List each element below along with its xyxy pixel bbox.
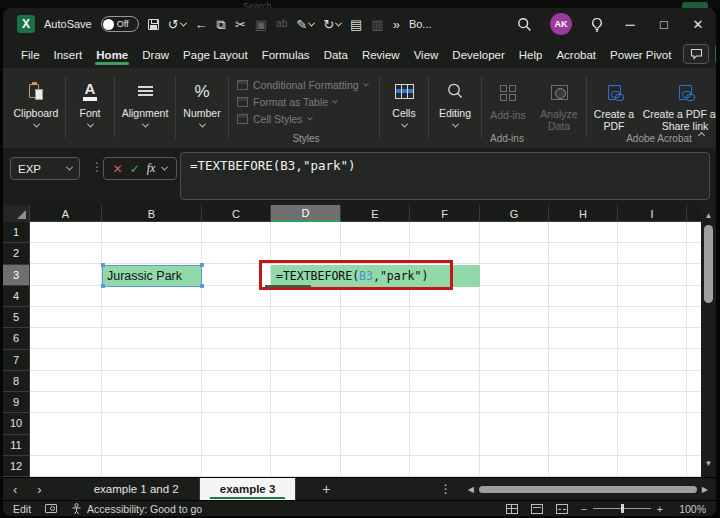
row-header-10[interactable]: 10 bbox=[3, 413, 29, 434]
ribbon-tab-help[interactable]: Help bbox=[517, 44, 545, 65]
close-button[interactable]: ✕ bbox=[690, 17, 706, 32]
ribbon-tab-page-layout[interactable]: Page Layout bbox=[181, 44, 250, 65]
row-header-1[interactable]: 1 bbox=[3, 222, 29, 243]
scroll-up-icon[interactable]: ▲ bbox=[701, 211, 716, 221]
tell-me-button[interactable] bbox=[590, 17, 604, 32]
column-header-C[interactable]: C bbox=[202, 205, 271, 222]
row-header-3[interactable]: 3 bbox=[3, 265, 29, 286]
cell-styles-button[interactable]: Cell Styles bbox=[237, 110, 368, 127]
add-sheet-button[interactable]: + bbox=[296, 478, 356, 500]
ribbon-tab-developer[interactable]: Developer bbox=[450, 44, 506, 65]
sheet-prev-button[interactable]: ‹ bbox=[3, 478, 27, 500]
new-document-button[interactable]: ▤ bbox=[350, 18, 362, 31]
excel-logo-icon[interactable]: X bbox=[17, 15, 35, 33]
formula-input[interactable]: =TEXTBEFORE(B3,"park") bbox=[180, 152, 710, 200]
row-header-12[interactable]: 12 bbox=[3, 456, 29, 477]
conditional-formatting-button[interactable]: Conditional Formatting bbox=[237, 76, 368, 93]
more-commands-button[interactable]: » bbox=[393, 18, 400, 31]
ribbon-tab-review[interactable]: Review bbox=[360, 44, 402, 65]
undo-button[interactable]: ↺ bbox=[168, 18, 186, 31]
accessibility-status[interactable]: Accessibility: Good to go bbox=[71, 503, 202, 515]
scroll-left-icon[interactable]: ◀ bbox=[468, 485, 474, 494]
insert-function-button[interactable]: fx bbox=[147, 161, 156, 176]
back-button[interactable]: ← bbox=[195, 18, 208, 31]
ribbon-tab-acrobat[interactable]: Acrobat bbox=[554, 44, 598, 65]
ribbon-tab-formulas[interactable]: Formulas bbox=[260, 44, 312, 65]
ribbon-tab-power-pivot[interactable]: Power Pivot bbox=[608, 44, 673, 65]
page-layout-view-button[interactable] bbox=[531, 504, 543, 514]
ribbon-tab-home[interactable]: Home bbox=[94, 44, 130, 65]
row-header-9[interactable]: 9 bbox=[3, 392, 29, 413]
page-break-view-button[interactable] bbox=[556, 504, 568, 514]
ribbon-tab-data[interactable]: Data bbox=[322, 44, 350, 65]
row-header-5[interactable]: 5 bbox=[3, 307, 29, 328]
ribbon-tab-view[interactable]: View bbox=[412, 44, 441, 65]
autosave-toggle[interactable]: Off bbox=[101, 16, 139, 32]
sheet-tab-example-3[interactable]: example 3 bbox=[200, 478, 297, 500]
clipboard-group-button[interactable]: Clipboard bbox=[9, 72, 63, 146]
ribbon-tab-insert[interactable]: Insert bbox=[52, 44, 85, 65]
cut-button[interactable]: ✂ bbox=[235, 18, 246, 31]
cell-B3[interactable]: Jurassic Park bbox=[102, 265, 202, 287]
normal-view-button[interactable] bbox=[506, 504, 518, 514]
column-header-F[interactable]: F bbox=[410, 205, 480, 222]
editing-group-button[interactable]: Editing bbox=[431, 72, 479, 146]
cancel-button[interactable]: ✕ bbox=[113, 162, 123, 176]
row-header-7[interactable]: 7 bbox=[3, 350, 29, 371]
cells-group-button[interactable]: Cells bbox=[382, 72, 426, 146]
touch-mode-button[interactable]: ✎ bbox=[296, 18, 314, 31]
minimize-button[interactable]: ─ bbox=[622, 17, 638, 32]
zoom-level[interactable]: 100% bbox=[676, 503, 706, 515]
vertical-scrollbar[interactable]: ▲ ▼ bbox=[701, 205, 716, 477]
column-header-G[interactable]: G bbox=[480, 205, 549, 222]
comments-button[interactable] bbox=[683, 44, 709, 64]
scroll-down-icon[interactable]: ▼ bbox=[701, 459, 716, 469]
maximize-button[interactable]: □ bbox=[656, 17, 672, 32]
number-group-button[interactable]: % Number bbox=[178, 72, 226, 146]
row-header-11[interactable]: 11 bbox=[3, 435, 29, 456]
row-header-8[interactable]: 8 bbox=[3, 371, 29, 392]
ribbon-tab-draw[interactable]: Draw bbox=[140, 44, 171, 65]
column-header-D[interactable]: D bbox=[271, 205, 341, 222]
row-header-2[interactable]: 2 bbox=[3, 243, 29, 264]
spelling-button[interactable]: ab bbox=[276, 19, 287, 29]
name-box[interactable]: EXP bbox=[10, 157, 80, 180]
column-header-B[interactable]: B bbox=[102, 205, 202, 222]
column-header-I[interactable]: I bbox=[618, 205, 687, 222]
sheet-options-button[interactable]: ⋮ bbox=[434, 482, 458, 496]
select-all-button[interactable] bbox=[3, 205, 30, 222]
addins-button[interactable]: Add-ins bbox=[485, 74, 531, 132]
column-header-A[interactable]: A bbox=[30, 205, 102, 222]
column-header-E[interactable]: E bbox=[341, 205, 410, 222]
redo-button[interactable]: ↻ bbox=[323, 18, 341, 31]
search-button[interactable] bbox=[517, 17, 532, 32]
analyze-data-button[interactable]: Analyze Data bbox=[535, 74, 583, 132]
alignment-group-button[interactable]: Alignment bbox=[117, 72, 173, 146]
vertical-scroll-thumb[interactable] bbox=[704, 225, 713, 303]
row-header-4[interactable]: 4 bbox=[3, 286, 29, 307]
copy-button[interactable]: ⧉ bbox=[217, 18, 226, 31]
sheet-next-button[interactable]: › bbox=[27, 478, 51, 500]
macro-record-icon[interactable] bbox=[45, 504, 57, 513]
create-pdf-button[interactable]: Create a PDF bbox=[590, 74, 638, 132]
ribbon-tab-file[interactable]: File bbox=[19, 44, 42, 65]
column-header-H[interactable]: H bbox=[549, 205, 618, 222]
save-button[interactable] bbox=[148, 19, 159, 30]
avatar[interactable]: AK bbox=[550, 13, 572, 35]
zoom-out-button[interactable]: − bbox=[581, 503, 587, 515]
horizontal-scroll-thumb[interactable] bbox=[479, 486, 697, 493]
scroll-right-icon[interactable]: ▶ bbox=[702, 485, 708, 494]
print-preview-button[interactable]: ▥ bbox=[371, 18, 383, 31]
row-header-6[interactable]: 6 bbox=[3, 328, 29, 349]
zoom-slider[interactable] bbox=[593, 508, 651, 509]
font-group-button[interactable]: A Font bbox=[68, 72, 112, 146]
zoom-in-button[interactable]: + bbox=[657, 503, 663, 515]
create-pdf-share-button[interactable]: Create a PDF and Share link bbox=[642, 74, 716, 132]
share-button[interactable] bbox=[715, 44, 716, 64]
format-as-table-button[interactable]: Format as Table bbox=[237, 93, 368, 110]
sheet-tab-example-1-and-2[interactable]: example 1 and 2 bbox=[74, 478, 200, 500]
collapse-ribbon-button[interactable] bbox=[699, 124, 704, 142]
enter-button[interactable]: ✓ bbox=[130, 162, 140, 176]
horizontal-scrollbar[interactable]: ◀ ▶ bbox=[468, 485, 708, 494]
paste-button[interactable]: ▣ bbox=[255, 18, 267, 31]
